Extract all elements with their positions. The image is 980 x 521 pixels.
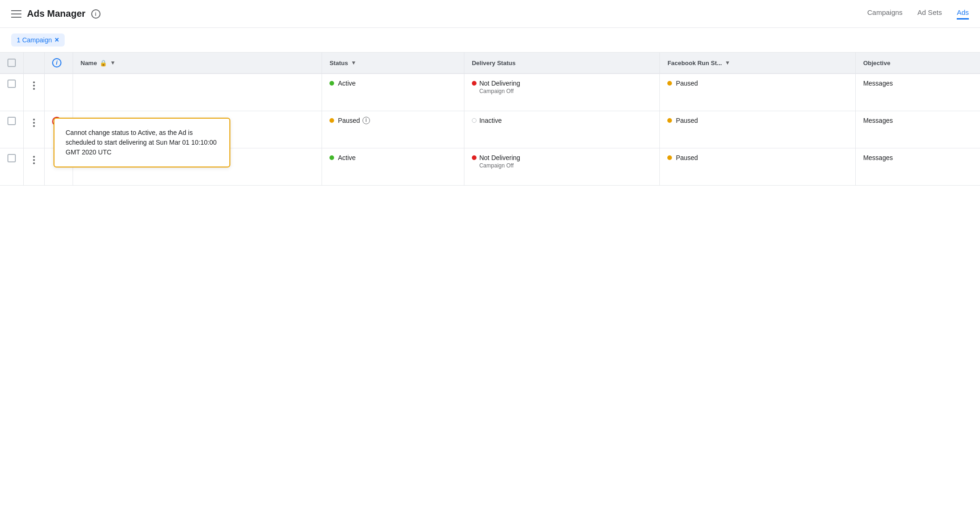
select-all-checkbox[interactable] bbox=[7, 59, 16, 67]
row1-delivery-cell: Not Delivering Campaign Off bbox=[464, 73, 659, 111]
row1-fb-run-cell: Paused bbox=[660, 73, 855, 111]
app-header: Ads Manager i Campaigns Ad Sets Ads bbox=[0, 0, 980, 28]
row2-fb-dot bbox=[667, 118, 672, 123]
row1-status-text: Active bbox=[338, 80, 356, 87]
row2-objective-cell: Messages bbox=[855, 111, 980, 148]
row1-checkbox[interactable] bbox=[7, 80, 16, 88]
row2-delivery-cell: Inactive bbox=[464, 111, 659, 148]
error-tooltip: Cannot change status to Active, as the A… bbox=[54, 118, 230, 167]
row1-info-cell bbox=[45, 73, 73, 111]
row1-action-cell bbox=[24, 73, 45, 111]
row3-status-dot bbox=[329, 155, 334, 160]
row1-checkbox-cell bbox=[0, 73, 24, 111]
lock-icon: 🔒 bbox=[100, 60, 107, 67]
tab-ad-sets[interactable]: Ad Sets bbox=[918, 8, 942, 20]
col-header-info: i bbox=[45, 53, 73, 73]
row2-checkbox[interactable] bbox=[7, 117, 16, 125]
row3-delivery-main: Not Delivering bbox=[479, 154, 520, 161]
row3-status-text: Active bbox=[338, 154, 356, 161]
row3-delivery-cell: Not Delivering Campaign Off bbox=[464, 148, 659, 185]
row3-fb-text: Paused bbox=[676, 154, 698, 161]
col-fb-run-label: Facebook Run St... bbox=[667, 60, 722, 67]
row2-fb-run-cell: Paused bbox=[660, 111, 855, 148]
app-info-icon[interactable]: i bbox=[91, 9, 101, 19]
col-header-status: Status ▼ bbox=[322, 53, 464, 73]
row1-fb-text: Paused bbox=[676, 80, 698, 87]
row3-action-cell bbox=[24, 148, 45, 185]
row1-delivery-sub: Campaign Off bbox=[472, 88, 652, 94]
row1-objective: Messages bbox=[863, 80, 893, 87]
fb-run-sort-icon[interactable]: ▼ bbox=[725, 60, 730, 66]
row2-status-info-icon[interactable]: i bbox=[362, 117, 370, 124]
row3-objective-cell: Messages bbox=[855, 148, 980, 185]
main-nav: Campaigns Ad Sets Ads bbox=[867, 8, 969, 20]
col-status-label: Status bbox=[329, 60, 348, 67]
row3-more-menu[interactable] bbox=[31, 154, 37, 166]
row2-fb-text: Paused bbox=[676, 117, 698, 124]
row3-status-cell: Active bbox=[322, 148, 464, 185]
row1-fb-dot bbox=[667, 81, 672, 86]
col-header-name: Name 🔒 ▼ bbox=[73, 53, 322, 73]
filter-chip-close[interactable]: × bbox=[55, 36, 59, 44]
row1-more-menu[interactable] bbox=[31, 80, 37, 92]
name-sort-icon[interactable]: ▼ bbox=[110, 60, 115, 66]
row3-checkbox[interactable] bbox=[7, 154, 16, 162]
row3-fb-dot bbox=[667, 155, 672, 160]
row1-name-cell bbox=[73, 73, 322, 111]
tooltip-text: Cannot change status to Active, as the A… bbox=[66, 129, 217, 156]
table-row: Active Not Delivering Campaign Off bbox=[0, 73, 980, 111]
col-objective-label: Objective bbox=[863, 60, 891, 67]
col-delivery-label: Delivery Status bbox=[472, 60, 516, 67]
row2-more-menu[interactable] bbox=[31, 117, 37, 129]
row1-delivery-main: Not Delivering bbox=[479, 80, 520, 87]
header-left: Ads Manager i bbox=[11, 8, 101, 19]
col-name-label: Name bbox=[81, 60, 97, 67]
status-sort-icon[interactable]: ▼ bbox=[351, 60, 356, 66]
row2-status-dot bbox=[329, 118, 334, 123]
row3-delivery-sub: Campaign Off bbox=[472, 162, 652, 169]
ads-table-wrapper: i Name 🔒 ▼ Status ▼ bbox=[0, 53, 980, 186]
row3-delivery-dot bbox=[472, 155, 477, 160]
app-title: Ads Manager bbox=[27, 8, 86, 19]
col-header-objective: Objective bbox=[855, 53, 980, 73]
row3-objective: Messages bbox=[863, 154, 893, 161]
row3-checkbox-cell bbox=[0, 148, 24, 185]
row2-status-text: Paused bbox=[338, 117, 360, 124]
row1-objective-cell: Messages bbox=[855, 73, 980, 111]
row2-delivery-dot bbox=[472, 118, 477, 123]
campaign-filter-chip[interactable]: 1 Campaign × bbox=[11, 33, 65, 47]
row3-fb-run-cell: Paused bbox=[660, 148, 855, 185]
col-header-delivery: Delivery Status bbox=[464, 53, 659, 73]
row2-delivery-main: Inactive bbox=[479, 117, 502, 124]
col-header-action bbox=[24, 53, 45, 73]
row2-checkbox-cell bbox=[0, 111, 24, 148]
col-header-checkbox bbox=[0, 53, 24, 73]
hamburger-menu[interactable] bbox=[11, 10, 21, 18]
row1-status-cell: Active bbox=[322, 73, 464, 111]
row1-status-dot bbox=[329, 81, 334, 86]
col-info-icon: i bbox=[52, 58, 61, 67]
row1-delivery-dot bbox=[472, 81, 477, 86]
row2-status-cell: Paused i bbox=[322, 111, 464, 148]
filter-chip-label: 1 Campaign bbox=[17, 36, 52, 44]
tab-ads[interactable]: Ads bbox=[957, 8, 969, 20]
row2-action-cell bbox=[24, 111, 45, 148]
col-header-fb-run: Facebook Run St... ▼ bbox=[660, 53, 855, 73]
filter-bar: 1 Campaign × bbox=[0, 28, 980, 53]
table-header-row: i Name 🔒 ▼ Status ▼ bbox=[0, 53, 980, 73]
row2-objective: Messages bbox=[863, 117, 893, 124]
tab-campaigns[interactable]: Campaigns bbox=[867, 8, 903, 20]
